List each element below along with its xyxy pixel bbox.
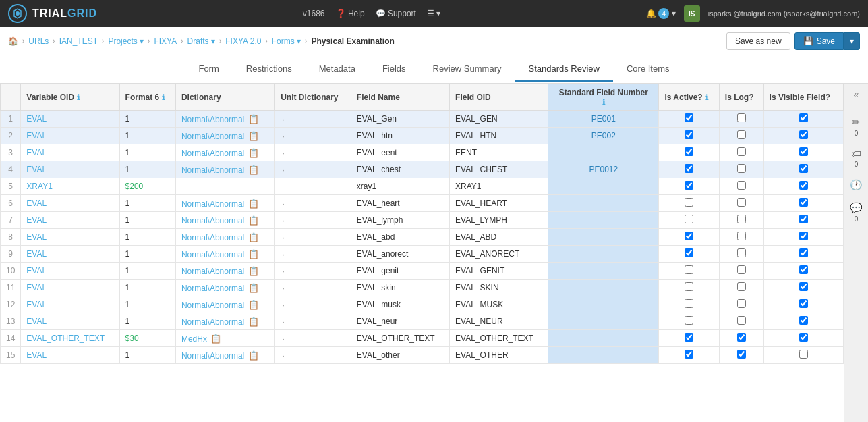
is-active-checkbox[interactable] xyxy=(685,248,693,257)
is-active-checkbox[interactable] xyxy=(685,147,693,156)
cell-is-visible[interactable] xyxy=(763,229,843,246)
logo[interactable]: TRIALGRID xyxy=(8,4,97,23)
cell-is-visible[interactable] xyxy=(763,296,843,313)
cell-is-visible[interactable] xyxy=(763,313,843,330)
cell-is-visible[interactable] xyxy=(763,263,843,280)
is-active-checkbox[interactable] xyxy=(685,215,693,223)
is-log-checkbox[interactable] xyxy=(737,147,746,156)
unit-dict-btn[interactable]: · xyxy=(281,266,286,276)
is-visible-checkbox[interactable] xyxy=(799,113,808,122)
is-visible-checkbox[interactable] xyxy=(799,350,808,359)
cell-is-log[interactable] xyxy=(719,263,763,280)
save-dropdown-button[interactable]: ▾ xyxy=(844,32,860,50)
cell-is-log[interactable] xyxy=(719,111,763,128)
is-log-checkbox[interactable] xyxy=(737,333,746,342)
cell-is-active[interactable] xyxy=(659,347,719,364)
cell-is-visible[interactable] xyxy=(763,161,843,178)
dictionary-edit-btn[interactable]: 📋 xyxy=(247,232,260,242)
is-visible-checkbox[interactable] xyxy=(799,130,808,139)
breadcrumb-ian-test[interactable]: IAN_TEST xyxy=(59,36,98,46)
is-log-checkbox[interactable] xyxy=(737,282,746,291)
is-active-checkbox[interactable] xyxy=(685,181,693,190)
is-log-checkbox[interactable] xyxy=(737,316,746,325)
is-log-checkbox[interactable] xyxy=(737,232,746,240)
cell-is-visible[interactable] xyxy=(763,246,843,263)
unit-dict-btn[interactable]: · xyxy=(281,334,286,344)
unit-dict-btn[interactable]: · xyxy=(281,283,286,293)
is-log-checkbox[interactable] xyxy=(737,299,746,308)
cell-is-visible[interactable] xyxy=(763,280,843,296)
cell-is-active[interactable] xyxy=(659,263,719,280)
sidebar-collapse[interactable]: « xyxy=(854,89,859,100)
dictionary-edit-btn[interactable]: 📋 xyxy=(247,350,260,361)
tab-fields[interactable]: Fields xyxy=(369,57,419,82)
is-active-checkbox[interactable] xyxy=(685,232,693,240)
is-log-checkbox[interactable] xyxy=(737,350,746,359)
is-active-checkbox[interactable] xyxy=(685,198,693,207)
is-log-checkbox[interactable] xyxy=(737,130,746,139)
is-log-checkbox[interactable] xyxy=(737,164,746,173)
dictionary-edit-btn[interactable]: 📋 xyxy=(247,165,260,175)
cell-is-log[interactable] xyxy=(719,313,763,330)
tab-form[interactable]: Form xyxy=(185,57,232,82)
breadcrumb-forms[interactable]: Forms ▾ xyxy=(272,36,301,46)
cell-is-active[interactable] xyxy=(659,178,719,195)
is-visible-checkbox[interactable] xyxy=(799,265,808,274)
variable-oid-info-icon[interactable]: ℹ xyxy=(77,93,80,102)
is-visible-checkbox[interactable] xyxy=(799,282,808,291)
cell-is-visible[interactable] xyxy=(763,144,843,161)
save-as-new-button[interactable]: Save as new xyxy=(726,32,790,50)
cell-is-active[interactable] xyxy=(659,246,719,263)
breadcrumb-projects[interactable]: Projects ▾ xyxy=(108,36,144,46)
cell-is-visible[interactable] xyxy=(763,128,843,144)
breadcrumb-urls[interactable]: URLs xyxy=(28,36,49,46)
is-active-checkbox[interactable] xyxy=(685,113,693,122)
sidebar-comment-icon[interactable]: 💬 0 xyxy=(850,202,863,223)
is-visible-checkbox[interactable] xyxy=(799,333,808,342)
is-log-checkbox[interactable] xyxy=(737,113,746,122)
cell-is-active[interactable] xyxy=(659,313,719,330)
is-active-checkbox[interactable] xyxy=(685,333,693,342)
breadcrumb-fixya20[interactable]: FIXYA 2.0 xyxy=(225,36,261,46)
save-button[interactable]: 💾 Save xyxy=(794,32,844,50)
dictionary-edit-btn[interactable]: 📋 xyxy=(247,199,260,209)
is-log-checkbox[interactable] xyxy=(737,248,746,257)
cell-is-log[interactable] xyxy=(719,195,763,212)
menu-icon[interactable]: ☰ ▾ xyxy=(427,9,440,18)
is-visible-checkbox[interactable] xyxy=(799,232,808,240)
tab-review-summary[interactable]: Review Summary xyxy=(419,57,515,82)
cell-is-active[interactable] xyxy=(659,195,719,212)
std-field-info-icon[interactable]: ℹ xyxy=(602,98,605,106)
tab-standards-review[interactable]: Standards Review xyxy=(515,57,613,82)
cell-is-active[interactable] xyxy=(659,296,719,313)
dictionary-edit-btn[interactable]: 📋 xyxy=(247,283,260,293)
cell-is-active[interactable] xyxy=(659,128,719,144)
dictionary-edit-btn[interactable]: 📋 xyxy=(247,249,260,259)
is-visible-checkbox[interactable] xyxy=(799,248,808,257)
cell-is-log[interactable] xyxy=(719,330,763,347)
dictionary-edit-btn[interactable]: 📋 xyxy=(209,334,223,344)
is-visible-checkbox[interactable] xyxy=(799,181,808,190)
is-active-info-icon[interactable]: ℹ xyxy=(705,93,708,102)
cell-is-visible[interactable] xyxy=(763,330,843,347)
breadcrumb-home[interactable]: 🏠 xyxy=(8,36,18,46)
is-log-checkbox[interactable] xyxy=(737,215,746,223)
unit-dict-btn[interactable]: · xyxy=(281,350,286,361)
unit-dict-btn[interactable]: · xyxy=(281,165,286,175)
cell-is-active[interactable] xyxy=(659,280,719,296)
notification-bell[interactable]: 🔔 4 ▾ xyxy=(646,8,676,19)
cell-is-visible[interactable] xyxy=(763,212,843,229)
sidebar-edit-icon[interactable]: ✏ 0 xyxy=(852,116,861,137)
is-visible-checkbox[interactable] xyxy=(799,299,808,308)
cell-is-visible[interactable] xyxy=(763,111,843,128)
is-visible-checkbox[interactable] xyxy=(799,164,808,173)
format-info-icon[interactable]: ℹ xyxy=(162,93,165,102)
dictionary-edit-btn[interactable]: 📋 xyxy=(247,114,260,124)
is-visible-checkbox[interactable] xyxy=(799,316,808,325)
cell-is-log[interactable] xyxy=(719,161,763,178)
unit-dict-btn[interactable]: · xyxy=(281,249,286,259)
dictionary-edit-btn[interactable]: 📋 xyxy=(247,215,260,226)
cell-is-active[interactable] xyxy=(659,111,719,128)
cell-is-log[interactable] xyxy=(719,246,763,263)
is-visible-checkbox[interactable] xyxy=(799,198,808,207)
